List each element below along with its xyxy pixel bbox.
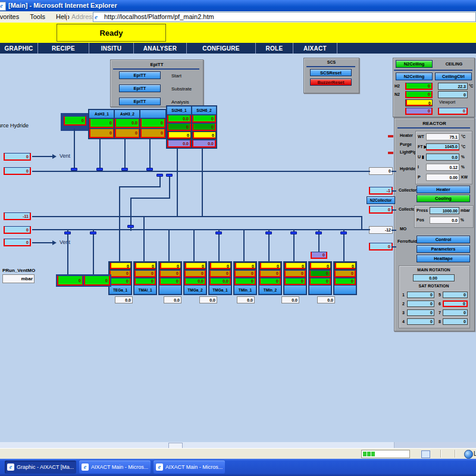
taskbar-button-3[interactable]: eAIXACT Main - Micros...: [154, 461, 225, 474]
process-field[interactable]: 0: [234, 278, 256, 285]
valve-icon[interactable]: [315, 231, 322, 234]
sat-rotation-field-8[interactable]: 0: [443, 318, 468, 325]
block-footer-label[interactable]: TMGa_2: [184, 286, 206, 294]
block-header[interactable]: AsH3_2: [115, 110, 140, 118]
meas-value-wt[interactable]: 75.1: [426, 133, 459, 140]
valve-icon[interactable]: [340, 231, 347, 234]
collector1-field[interactable]: -1: [369, 187, 393, 195]
process-field[interactable]: 0: [309, 278, 331, 285]
sat-rotation-field-1[interactable]: 0: [407, 292, 434, 298]
process-field[interactable]: 0: [140, 129, 165, 138]
left-process-field-3[interactable]: -11: [4, 212, 31, 220]
block-header[interactable]: Si2H6_1: [167, 107, 191, 114]
valve-icon[interactable]: [71, 168, 77, 171]
block-footer-label[interactable]: [309, 286, 331, 294]
menu-favorites[interactable]: Favorites: [0, 11, 24, 23]
process-field[interactable]: 0: [184, 270, 206, 277]
epitt-button-analysis[interactable]: EpiTT: [119, 98, 161, 105]
scs-reset-button[interactable]: SCSReset: [310, 69, 352, 76]
process-field[interactable]: 0: [192, 115, 216, 123]
process-field[interactable]: 0.0: [167, 115, 191, 123]
ceiling-status-button[interactable]: N2Ceiling: [396, 60, 433, 68]
process-field[interactable]: 0: [284, 270, 306, 277]
nav-tab-graphic[interactable]: GRAPHIC: [0, 43, 38, 54]
control-button[interactable]: Control: [416, 236, 470, 243]
nav-tab-insitu[interactable]: INSITU: [89, 43, 134, 54]
block-footer-label[interactable]: TMGa_1: [209, 286, 231, 294]
block-footer-label[interactable]: [284, 286, 306, 294]
process-field[interactable]: 0: [140, 118, 165, 128]
valve-icon[interactable]: [90, 231, 96, 234]
epitt-button-substrate[interactable]: EpiTT: [119, 84, 161, 92]
hydride-field[interactable]: 0: [369, 167, 393, 175]
mo-field[interactable]: -12: [369, 226, 393, 234]
process-field[interactable]: 0: [309, 270, 331, 277]
ceiling-flow-field[interactable]: 0: [438, 91, 468, 98]
sat-rotation-field-4[interactable]: 0: [407, 318, 434, 325]
block-footer-label[interactable]: [334, 286, 356, 294]
flow-readout-field-6[interactable]: 0.0: [317, 296, 335, 303]
process-field[interactable]: 0.0: [192, 140, 216, 148]
left-process-field-2[interactable]: 0: [4, 167, 31, 175]
process-field[interactable]: 0: [184, 262, 206, 270]
process-field[interactable]: 0: [259, 278, 281, 285]
process-field[interactable]: 0: [159, 262, 181, 270]
process-field[interactable]: 0: [115, 129, 140, 138]
process-field[interactable]: 0: [311, 252, 327, 259]
valve-icon[interactable]: [215, 231, 222, 234]
ceiling-ctrl-button[interactable]: CeilingCtrl: [435, 73, 472, 80]
epitt-button-start[interactable]: EpiTT: [119, 71, 161, 79]
process-field[interactable]: 0.0: [167, 140, 191, 148]
nav-tab-analyser[interactable]: ANALYSER: [134, 43, 187, 54]
process-field[interactable]: 0.0: [115, 118, 140, 128]
process-field[interactable]: 0: [234, 270, 256, 277]
ferrofluidics-field[interactable]: 0: [369, 243, 393, 250]
buzzer-reset-button[interactable]: BuzzerReset: [310, 79, 352, 86]
sat-rotation-field-7[interactable]: 0: [443, 309, 468, 316]
valve-icon[interactable]: [64, 231, 71, 234]
vent-gauge-field-1[interactable]: 0: [57, 275, 83, 286]
main-rotation-field[interactable]: 0.00: [413, 274, 455, 281]
flow-readout-field-2[interactable]: 0.0: [164, 296, 181, 303]
block-footer-label[interactable]: TMIn_1: [234, 286, 256, 294]
process-field[interactable]: 0: [167, 123, 191, 131]
ceiling-purple-field[interactable]: 0: [405, 108, 433, 115]
address-input[interactable]: e http://localhost/Platform/pf_main2.htm: [93, 12, 476, 22]
process-field[interactable]: 0: [234, 262, 256, 270]
block-footer-label[interactable]: TMAl_1: [134, 286, 156, 294]
process-field[interactable]: 0: [192, 123, 216, 131]
process-field[interactable]: 0: [109, 262, 131, 270]
block-header[interactable]: Si2H6_2: [192, 107, 216, 114]
process-field[interactable]: 0: [159, 270, 181, 277]
block-footer-label[interactable]: [159, 286, 181, 294]
meas-value-ft[interactable]: 1045.0: [426, 143, 459, 151]
vent-gauge-field-2[interactable]: 0: [84, 275, 110, 286]
process-field[interactable]: 0: [89, 118, 114, 128]
process-field[interactable]: 0: [259, 262, 281, 270]
press-field[interactable]: 1000.00: [430, 207, 459, 214]
valve-icon[interactable]: [127, 225, 134, 228]
process-field[interactable]: 0: [134, 278, 156, 285]
n2-ceiling-field[interactable]: 0: [405, 91, 433, 98]
process-field[interactable]: 0: [109, 278, 131, 285]
left-process-field-4[interactable]: 0: [4, 226, 31, 234]
heattape-button[interactable]: Heattape: [416, 255, 470, 262]
process-field[interactable]: 0: [134, 262, 156, 270]
process-field[interactable]: 0: [159, 278, 181, 285]
ceiling-yellow-field[interactable]: 0: [405, 99, 433, 107]
pos-field[interactable]: 0.0: [430, 217, 459, 224]
flow-readout-field-5[interactable]: 0.0: [281, 296, 299, 303]
process-field[interactable]: 0: [134, 270, 156, 277]
block-header[interactable]: AsH3_1: [89, 110, 114, 118]
meas-value-p[interactable]: 0.00: [426, 174, 459, 181]
process-field[interactable]: 0.0: [184, 278, 206, 285]
nav-tab-aixact[interactable]: AIXACT: [293, 43, 337, 54]
process-field[interactable]: 0: [209, 262, 231, 270]
valve-icon[interactable]: [96, 168, 103, 171]
process-field[interactable]: 0: [309, 262, 331, 270]
process-field[interactable]: 0: [167, 131, 191, 139]
block-header[interactable]: [140, 110, 165, 118]
valve-icon[interactable]: [265, 231, 272, 234]
valve-icon[interactable]: [166, 174, 173, 177]
ceiling-temp-field[interactable]: 22.3: [438, 83, 468, 90]
